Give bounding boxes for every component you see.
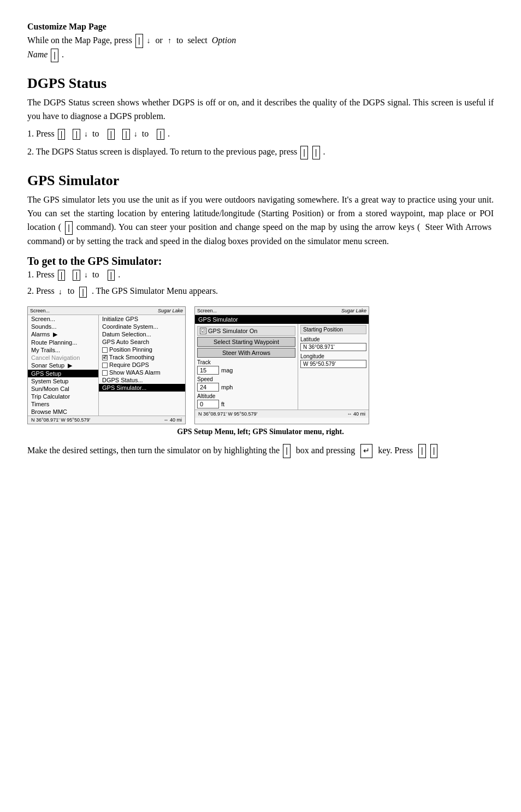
down-arrow4: ↓ xyxy=(84,271,88,280)
right-status-bar: N 36°08.971' W 95°50.579' ↔ 40 mi xyxy=(195,410,369,418)
steer-with-arrows-ref: Steer With Arrows xyxy=(425,222,492,232)
lat-label: Latitude xyxy=(300,336,366,342)
customize-map-section: Customize Map Page While on the Map Page… xyxy=(27,22,494,62)
speed-label: Speed xyxy=(197,376,295,382)
track-label: Track xyxy=(197,359,295,365)
left-screenshot-header: Screen... Sugar Lake xyxy=(28,307,185,315)
pipe-key10: | xyxy=(65,221,73,235)
left-menu-col: Screen... Sounds... Alarms ▶ Route Plann… xyxy=(28,315,99,416)
enter-key: ↵ xyxy=(360,444,372,458)
left-coords: N 36°08.971' W 95°50.579' xyxy=(31,417,90,423)
submenu-datum: Datum Selection... xyxy=(99,330,185,338)
pipe-key11: | xyxy=(58,270,66,281)
submenu-waas: Show WAAS Alarm xyxy=(99,369,185,376)
menu-sonar: Sonar Setup ▶ xyxy=(28,361,98,370)
gps-sim-on-row: ☑ GPS Simulator On xyxy=(197,326,295,336)
left-screenshot-content: Screen... Sounds... Alarms ▶ Route Plann… xyxy=(28,315,185,416)
pipe-key4: | xyxy=(73,129,80,140)
menu-timers: Timers xyxy=(28,400,98,408)
menu-gps-setup: GPS Setup xyxy=(28,370,98,377)
menu-browse-mmc: Browse MMC xyxy=(28,408,98,416)
track-row: 15 mag xyxy=(197,366,295,375)
screenshots-row: Screen... Sugar Lake Screen... Sounds...… xyxy=(27,306,494,424)
down-arrow-key: ↓ xyxy=(147,35,151,47)
pipe-key12: | xyxy=(73,270,80,281)
pipe-key16: | xyxy=(418,444,426,458)
dgps-body: The DGPS Status screen shows whether DGP… xyxy=(27,96,494,123)
pipe-key15: | xyxy=(283,444,291,458)
customize-map-body: While on the Map Page, press | ↓ or ↑ to… xyxy=(27,34,494,62)
menu-route: Route Planning... xyxy=(28,339,98,346)
pipe-key3: | xyxy=(58,129,66,140)
left-screenshot: Screen... Sugar Lake Screen... Sounds...… xyxy=(27,306,186,424)
lat-value: N 36°08.971' xyxy=(300,343,366,351)
right-scale: ↔ 40 mi xyxy=(347,411,365,417)
right-screenshot-header: Screen... Sugar Lake xyxy=(195,307,369,315)
steer-with-arrows-btn[interactable]: Steer With Arrows xyxy=(197,348,295,358)
up-arrow-key: ↑ xyxy=(168,35,171,47)
menu-alarms: Alarms ▶ xyxy=(28,330,98,339)
altitude-label: Altitude xyxy=(197,393,295,399)
customize-map-title: Customize Map Page xyxy=(27,22,494,32)
submenu-coord: Coordinate System... xyxy=(99,323,185,330)
gps-body2: Make the desired settings, then turn the… xyxy=(27,444,494,458)
menu-sun-moon: Sun/Moon Cal xyxy=(28,385,98,393)
submenu-gps-sim: GPS Simulator... xyxy=(99,384,185,392)
speed-unit: mph xyxy=(221,384,233,390)
gps-simulator-title: GPS Simulator xyxy=(27,173,494,189)
right-right-col: Starting Position Latitude N 36°08.971' … xyxy=(298,324,369,410)
pipe-key9: | xyxy=(312,146,320,160)
right-screenshot: Screen... Sugar Lake GPS Simulator ☑ GPS… xyxy=(194,306,369,424)
down-arrow3: ↓ xyxy=(134,130,138,139)
starting-pos-label: Starting Position xyxy=(300,325,366,334)
submenu-track-smooth: ☑ Track Smoothing xyxy=(99,353,185,361)
left-scale: ↔ 40 mi xyxy=(163,417,182,423)
pipe-key6: | xyxy=(122,129,130,140)
menu-trip-calc: Trip Calculator xyxy=(28,393,98,400)
speed-row: 24 mph xyxy=(197,383,295,392)
dgps-section: DGPS Status The DGPS Status screen shows… xyxy=(27,75,494,159)
right-screenshot-content: ☑ GPS Simulator On Select Starting Waypo… xyxy=(195,324,369,410)
altitude-unit: ft xyxy=(221,401,224,407)
gps-simulator-section: GPS Simulator The GPS simulator lets you… xyxy=(27,173,494,458)
pipe-key7: | xyxy=(157,129,164,140)
pipe-key5: | xyxy=(108,129,115,140)
pipe-key13: | xyxy=(108,270,115,281)
submenu-pos-pin: Position Pinning xyxy=(99,346,185,353)
altitude-row: 0 ft xyxy=(197,400,295,408)
menu-cancel-nav: Cancel Navigation xyxy=(28,354,98,361)
pipe-key: | xyxy=(135,34,143,48)
dgps-title: DGPS Status xyxy=(27,75,494,92)
pipe-key2: | xyxy=(51,49,58,63)
pipe-key17: | xyxy=(430,444,438,458)
submenu-dgps-status: DGPS Status... xyxy=(99,376,185,384)
submenu-auto-search: GPS Auto Search xyxy=(99,338,185,346)
down-arrow5: ↓ xyxy=(58,288,62,297)
lon-value: W 95°50.579' xyxy=(300,360,366,368)
right-coords: N 36°08.971' W 95°50.579' xyxy=(198,411,257,417)
gps-step1: 1. Press | | ↓ to | . xyxy=(27,270,494,281)
dgps-step2: 2. The DGPS Status screen is displayed. … xyxy=(27,145,494,159)
left-status-bar: N 36°08.971' W 95°50.579' ↔ 40 mi xyxy=(28,416,185,424)
lon-label: Longitude xyxy=(300,353,366,359)
dgps-step1: 1. Press | | ↓ to | | ↓ to | . xyxy=(27,129,494,140)
gps-sim-on-label: GPS Simulator On xyxy=(208,328,257,334)
menu-screen: Screen... xyxy=(28,315,98,323)
submenu-init-gps: Initialize GPS xyxy=(99,315,185,323)
screenshots-caption: GPS Setup Menu, left; GPS Simulator menu… xyxy=(27,428,494,436)
right-left-col: ☑ GPS Simulator On Select Starting Waypo… xyxy=(195,324,298,410)
menu-system-setup: System Setup xyxy=(28,377,98,385)
menu-sounds: Sounds... xyxy=(28,323,98,330)
pipe-key8: | xyxy=(300,146,308,160)
speed-value: 24 xyxy=(197,383,219,392)
gps-step2: 2. Press ↓ to | . The GPS Simulator Menu… xyxy=(27,286,494,297)
down-arrow2: ↓ xyxy=(84,130,88,139)
to-get-gps-title: To get to the GPS Simulator: xyxy=(27,255,494,268)
right-submenu-col: Initialize GPS Coordinate System... Datu… xyxy=(99,315,185,416)
gps-sim-panel-title: GPS Simulator xyxy=(195,315,369,324)
gps-sim-checkbox[interactable]: ☑ xyxy=(200,328,206,334)
altitude-value: 0 xyxy=(197,400,219,408)
submenu-req-dgps: Require DGPS xyxy=(99,361,185,369)
track-value: 15 xyxy=(197,366,219,375)
select-waypoint-btn[interactable]: Select Starting Waypoint xyxy=(197,337,295,347)
